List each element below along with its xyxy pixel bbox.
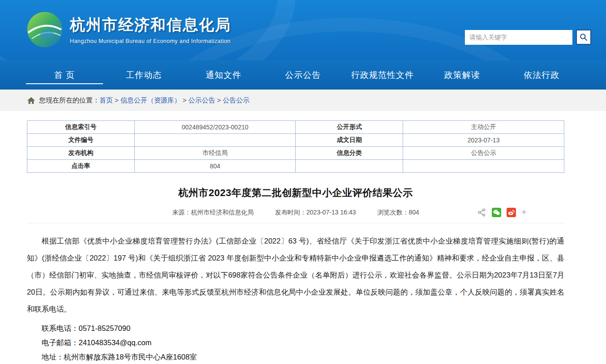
share-more-icon[interactable]: + — [521, 208, 526, 217]
search-input[interactable] — [465, 30, 572, 45]
info-value: 2023-07-13 — [403, 134, 564, 147]
meta-source: 来源：杭州市经济和信息化局 — [172, 209, 254, 216]
meta-publish-time: 发布时间：2023-07-13 16:43 — [275, 209, 356, 216]
weibo-icon[interactable] — [507, 208, 516, 217]
content-area: 信息索引号002489452/2023-00210公开形式主动公开文件编号成文日… — [27, 111, 564, 364]
info-table-row: 发布机构市经信局信息分类公告公示 — [27, 147, 564, 160]
breadcrumb-link-4[interactable]: 公告公示 — [223, 96, 249, 104]
contact-email: 电子邮箱：2410483534@qq.com — [27, 335, 564, 350]
meta-source-value: 杭州市经济和信息化局 — [191, 209, 254, 216]
site-title: 杭州市经济和信息化局 — [70, 15, 231, 35]
info-label — [296, 160, 403, 173]
meta-publish-value: 2023-07-13 16:43 — [306, 209, 356, 216]
nav-item-7[interactable]: 依法行政 — [502, 60, 581, 90]
nav-item-1[interactable]: 首 页 — [25, 60, 104, 90]
search-icon — [579, 33, 588, 42]
info-label: 文件编号 — [27, 134, 135, 147]
home-icon[interactable] — [27, 96, 35, 105]
info-table-row: 点击率804 — [27, 160, 564, 173]
nav-item-5[interactable]: 行政规范性文件 — [343, 60, 422, 90]
info-value: 002489452/2023-00210 — [134, 121, 296, 134]
meta-views-value: 804 — [408, 209, 419, 216]
contact-address: 地址：杭州市解放东路18号市民中心A座1608室 — [27, 350, 564, 364]
site-logo-icon — [26, 11, 64, 48]
breadcrumb-prefix: 您现在所在的位置： — [39, 96, 99, 105]
breadcrumb-separator: > — [183, 96, 187, 104]
search-button[interactable] — [576, 30, 591, 45]
meta-views: 浏览次数：804 — [377, 209, 419, 216]
info-label: 信息索引号 — [27, 121, 135, 134]
breadcrumb-link-2[interactable]: 信息公开（资源库） — [120, 96, 181, 104]
breadcrumb: 您现在所在的位置： 首页>信息公开（资源库）>公示公告>公告公示 — [0, 90, 606, 111]
info-label: 成文日期 — [296, 134, 403, 147]
meta-publish-label: 发布时间： — [275, 209, 306, 216]
search-area — [465, 30, 591, 45]
info-value: 主动公开 — [403, 121, 564, 134]
breadcrumb-link-1[interactable]: 首页 — [99, 96, 113, 104]
contact-phone: 联系电话：0571-85257090 — [27, 321, 564, 335]
nav-item-6[interactable]: 政策解读 — [422, 60, 502, 90]
info-value: 市经信局 — [134, 147, 296, 160]
share-icons: + — [477, 208, 526, 217]
breadcrumb-separator: > — [115, 96, 119, 104]
info-table-row: 文件编号成文日期2023-07-13 — [27, 134, 564, 147]
info-value: 804 — [134, 160, 296, 173]
meta-views-label: 浏览次数： — [377, 209, 408, 216]
breadcrumb-links: 首页>信息公开（资源库）>公示公告>公告公示 — [99, 96, 249, 105]
breadcrumb-link-3[interactable]: 公示公告 — [189, 96, 215, 104]
info-label: 点击率 — [27, 160, 135, 173]
info-label: 信息分类 — [296, 147, 403, 160]
info-label: 发布机构 — [27, 147, 135, 160]
nav-item-3[interactable]: 通知文件 — [184, 60, 263, 90]
info-value: 公告公示 — [403, 147, 564, 160]
breadcrumb-separator: > — [217, 96, 221, 104]
nav-item-2[interactable]: 工作动态 — [104, 60, 184, 90]
info-value — [403, 160, 564, 173]
article-meta: 来源：杭州市经济和信息化局 发布时间：2023-07-13 16:43 浏览次数… — [27, 209, 564, 223]
info-table-body: 信息索引号002489452/2023-00210公开形式主动公开文件编号成文日… — [27, 121, 564, 173]
wechat-icon[interactable] — [492, 208, 501, 217]
info-table-row: 信息索引号002489452/2023-00210公开形式主动公开 — [27, 121, 564, 134]
article-body: 根据工信部《优质中小企业梯度培育管理暂行办法》(工信部企业〔2022〕63 号)… — [27, 232, 564, 317]
site-subtitle: Hangzhou Municipal Bureau of Economy and… — [70, 38, 231, 44]
meta-source-label: 来源： — [172, 209, 191, 216]
nav-item-4[interactable]: 公示公告 — [263, 60, 343, 90]
info-table: 信息索引号002489452/2023-00210公开形式主动公开文件编号成文日… — [27, 120, 564, 173]
share-nodes-icon[interactable] — [477, 208, 486, 217]
info-value — [134, 134, 296, 147]
site-header: 杭州市经济和信息化局 Hangzhou Municipal Bureau of … — [0, 0, 606, 60]
contact-block: 联系电话：0571-85257090 电子邮箱：2410483534@qq.co… — [27, 321, 564, 364]
info-label: 公开形式 — [296, 121, 403, 134]
article-title: 杭州市2023年度第二批创新型中小企业评价结果公示 — [27, 186, 564, 200]
site-brand: 杭州市经济和信息化局 Hangzhou Municipal Bureau of … — [26, 11, 231, 48]
main-nav: 首 页工作动态通知文件公示公告行政规范性文件政策解读依法行政 — [0, 60, 606, 90]
